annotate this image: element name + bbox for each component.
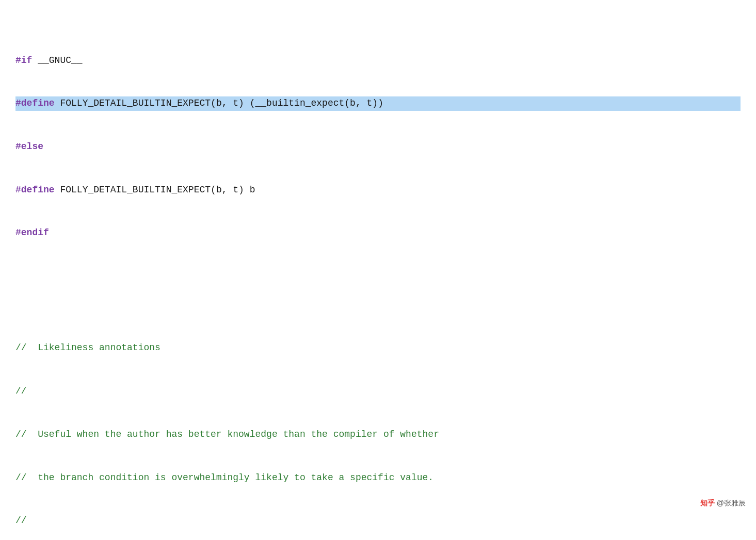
watermark: 知乎 @张雅辰: [700, 498, 746, 509]
keyword-if: #if: [15, 55, 32, 66]
line-10: // the branch condition is overwhelmingl…: [15, 471, 741, 485]
line-11: //: [15, 514, 741, 528]
line-2: #define FOLLY_DETAIL_BUILTIN_EXPECT(b, t…: [15, 96, 741, 111]
line-6: [15, 284, 741, 298]
line-4: #define FOLLY_DETAIL_BUILTIN_EXPECT(b, t…: [15, 183, 741, 198]
code-viewer: #if __GNUC__ #define FOLLY_DETAIL_BUILTI…: [15, 10, 741, 540]
watermark-platform: 知乎: [700, 498, 715, 509]
line-9: // Useful when the author has better kno…: [15, 428, 741, 442]
line-8: //: [15, 384, 741, 399]
line-3: #else: [15, 140, 741, 154]
keyword-define-4: #define: [15, 185, 55, 195]
line-5: #endif: [15, 226, 741, 240]
watermark-author: @张雅辰: [717, 498, 746, 509]
keyword-define-2: #define: [15, 98, 55, 108]
keyword-endif: #endif: [15, 227, 49, 238]
keyword-else: #else: [15, 141, 43, 152]
line-7: // Likeliness annotations: [15, 341, 741, 355]
line-1: #if __GNUC__: [15, 54, 741, 68]
